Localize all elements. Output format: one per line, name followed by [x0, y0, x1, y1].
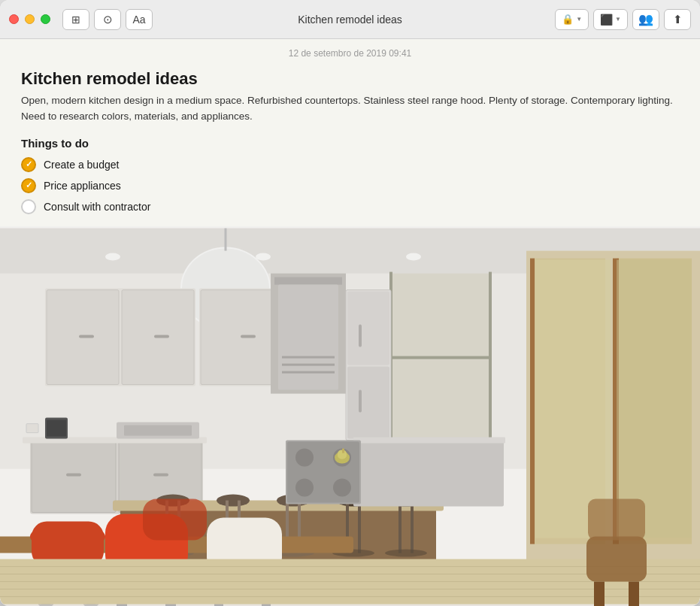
- font-icon: Aa: [132, 14, 145, 26]
- svg-rect-11: [535, 259, 611, 538]
- lock-chevron-icon: ▼: [576, 16, 582, 23]
- svg-rect-44: [359, 324, 362, 347]
- svg-rect-83: [143, 498, 207, 540]
- svg-rect-42: [347, 291, 389, 365]
- svg-rect-106: [594, 581, 605, 606]
- collab-button[interactable]: 👥: [632, 9, 659, 30]
- note-date: 12 de setembro de 2019 09:41: [21, 48, 679, 59]
- checklist-item-2[interactable]: Price appliances: [21, 178, 679, 193]
- toolbar-right: 🔒 ▼ ⬛ ▼ 👥 ⬆: [555, 9, 691, 30]
- svg-point-94: [295, 478, 314, 496]
- svg-point-111: [256, 253, 271, 260]
- traffic-lights: [9, 14, 50, 24]
- svg-rect-62: [358, 500, 361, 553]
- minimize-button[interactable]: [25, 14, 35, 24]
- collab-icon: 👥: [638, 12, 653, 26]
- kitchen-illustration: [0, 226, 700, 606]
- checklist-label-2: Price appliances: [44, 180, 121, 192]
- svg-rect-66: [411, 500, 414, 553]
- check-button[interactable]: ⊙: [94, 9, 121, 30]
- grid-view-button[interactable]: ⊞: [62, 9, 89, 30]
- image-icon: ⬛: [600, 14, 613, 26]
- svg-rect-34: [66, 473, 81, 476]
- section-heading: Things to do: [21, 137, 679, 150]
- checklist-label-3: Consult with contractor: [44, 201, 150, 213]
- title-text: Kitchen remodel ideas: [298, 14, 402, 26]
- note-title: Kitchen remodel ideas: [21, 69, 679, 89]
- checklist-item-1[interactable]: Create a budget: [21, 157, 679, 172]
- svg-rect-35: [153, 473, 168, 476]
- svg-rect-65: [398, 500, 402, 553]
- toolbar-left: ⊞ ⊙ Aa: [62, 9, 153, 30]
- image-button[interactable]: ⬛ ▼: [593, 9, 628, 30]
- check-icon-1[interactable]: [21, 157, 36, 172]
- share-button[interactable]: ⬆: [664, 9, 691, 30]
- share-icon: ⬆: [673, 13, 683, 26]
- svg-rect-30: [282, 371, 335, 373]
- svg-rect-29: [282, 363, 335, 365]
- svg-rect-28: [282, 356, 335, 358]
- svg-rect-10: [530, 258, 535, 544]
- svg-point-52: [217, 494, 250, 506]
- svg-point-112: [406, 253, 421, 260]
- window-title: Kitchen remodel ideas: [298, 14, 402, 26]
- checklist-item-3[interactable]: Consult with contractor: [21, 199, 679, 214]
- svg-rect-26: [274, 277, 342, 284]
- maximize-button[interactable]: [41, 14, 50, 24]
- checklist-label-1: Create a budget: [44, 159, 119, 171]
- lock-icon: 🔒: [562, 14, 574, 25]
- svg-rect-12: [617, 259, 692, 538]
- svg-rect-45: [359, 389, 362, 412]
- svg-rect-109: [26, 423, 38, 432]
- svg-point-110: [105, 253, 120, 260]
- svg-rect-16: [389, 356, 492, 359]
- note-text-area: 12 de setembro de 2019 09:41 Kitchen rem…: [0, 39, 700, 226]
- svg-rect-105: [586, 536, 647, 581]
- svg-rect-98: [342, 448, 344, 453]
- checklist: Create a budget Price appliances Consult…: [21, 157, 679, 214]
- svg-rect-108: [588, 498, 645, 540]
- note-description: Open, modern kitchen design in a medium …: [21, 93, 679, 125]
- kitchen-image-area: [0, 226, 700, 606]
- svg-rect-43: [347, 366, 389, 438]
- check-icon-2[interactable]: [21, 178, 36, 193]
- app-window: ⊞ ⊙ Aa Kitchen remodel ideas 🔒 ▼ ⬛ ▼ 👥: [0, 0, 700, 606]
- kitchen-image: [0, 226, 700, 606]
- svg-point-92: [295, 448, 314, 466]
- svg-rect-38: [124, 425, 192, 435]
- svg-rect-88: [353, 438, 504, 506]
- svg-rect-20: [79, 335, 94, 338]
- svg-rect-40: [47, 420, 66, 436]
- grid-icon: ⊞: [71, 14, 80, 26]
- note-content: 12 de setembro de 2019 09:41 Kitchen rem…: [0, 39, 700, 606]
- svg-rect-27: [278, 284, 338, 389]
- svg-point-95: [333, 478, 351, 496]
- svg-rect-24: [241, 335, 256, 338]
- titlebar: ⊞ ⊙ Aa Kitchen remodel ideas 🔒 ▼ ⬛ ▼ 👥: [0, 0, 700, 39]
- close-button[interactable]: [9, 14, 19, 24]
- svg-rect-107: [629, 581, 639, 606]
- lock-button[interactable]: 🔒 ▼: [555, 9, 589, 30]
- svg-rect-21: [154, 335, 169, 338]
- svg-point-67: [385, 549, 427, 556]
- check-icon-3[interactable]: [21, 199, 36, 214]
- check-circle-icon: ⊙: [103, 13, 113, 26]
- font-button[interactable]: Aa: [126, 9, 153, 30]
- svg-rect-89: [353, 437, 505, 443]
- image-chevron-icon: ▼: [615, 16, 621, 23]
